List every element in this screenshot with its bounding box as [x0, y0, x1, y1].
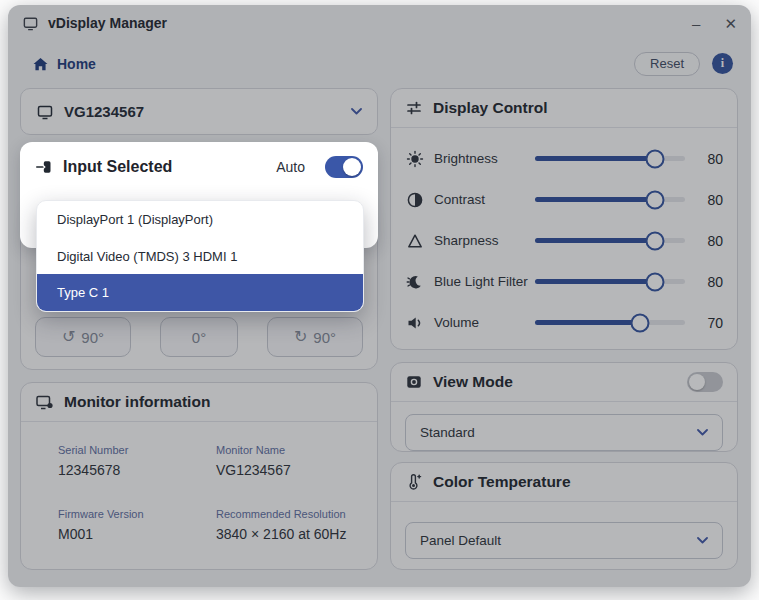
auto-label: Auto: [276, 159, 305, 175]
input-source-dropdown: DisplayPort 1 (DisplayPort) Digital Vide…: [36, 200, 364, 312]
desktop-background: vDisplay Manager – ✕ Home Reset i: [0, 0, 759, 600]
option-label: Digital Video (TMDS) 3 HDMI 1: [57, 249, 237, 264]
dropdown-option-displayport[interactable]: DisplayPort 1 (DisplayPort): [37, 201, 363, 238]
toggle-knob: [343, 158, 361, 176]
dropdown-option-type-c[interactable]: Type C 1: [37, 274, 363, 311]
option-label: Type C 1: [57, 285, 109, 300]
option-label: DisplayPort 1 (DisplayPort): [57, 212, 213, 227]
auto-input-toggle[interactable]: [325, 156, 363, 178]
app-window: vDisplay Manager – ✕ Home Reset i: [8, 5, 751, 587]
input-selected-header: Input Selected Auto: [20, 142, 378, 192]
dropdown-option-hdmi[interactable]: Digital Video (TMDS) 3 HDMI 1: [37, 238, 363, 275]
input-selected-title: Input Selected: [63, 158, 172, 176]
input-source-icon: [35, 158, 53, 176]
